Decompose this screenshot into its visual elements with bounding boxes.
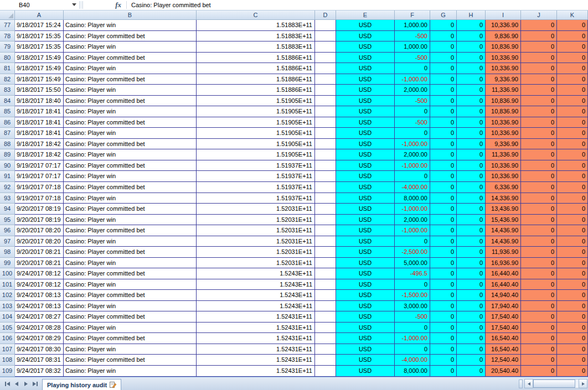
cell-A94[interactable]: 9/20/2017 08:19 bbox=[15, 204, 64, 215]
cell-A103[interactable]: 9/24/2017 08:13 bbox=[15, 301, 64, 312]
cell-D108[interactable] bbox=[315, 355, 336, 366]
row-header-108[interactable]: 108 bbox=[0, 355, 15, 366]
cell-E88[interactable]: USD bbox=[336, 139, 395, 150]
cell-K93[interactable]: 0 bbox=[557, 193, 588, 204]
cell-F107[interactable]: 0 bbox=[395, 344, 430, 355]
cell-C109[interactable]: 1.52431E+11 bbox=[197, 366, 315, 377]
cell-I104[interactable]: 17,540.40 bbox=[486, 311, 521, 323]
prev-sheet-button[interactable] bbox=[12, 379, 21, 389]
cell-J100[interactable]: 0 bbox=[521, 268, 557, 279]
cell-I83[interactable]: 11,336.90 bbox=[486, 85, 521, 96]
cell-J103[interactable]: 0 bbox=[521, 301, 557, 312]
cell-B78[interactable]: Casino: Player committed bet bbox=[64, 31, 197, 42]
cell-E99[interactable]: USD bbox=[336, 258, 395, 269]
cell-B107[interactable]: Casino: Player win bbox=[64, 344, 197, 355]
cell-J85[interactable]: 0 bbox=[521, 106, 557, 117]
cell-F108[interactable]: -4,000.00 bbox=[395, 355, 430, 366]
cell-D90[interactable] bbox=[315, 160, 336, 171]
cell-A92[interactable]: 9/19/2017 07:18 bbox=[15, 182, 64, 193]
cell-F103[interactable]: 3,000.00 bbox=[395, 301, 430, 312]
cell-B77[interactable]: Casino: Player win bbox=[64, 20, 197, 31]
cell-F89[interactable]: 2,000.00 bbox=[395, 149, 430, 160]
cell-A102[interactable]: 9/24/2017 08:13 bbox=[15, 290, 64, 301]
column-header-G[interactable]: G bbox=[430, 11, 457, 20]
cell-D80[interactable] bbox=[315, 53, 336, 64]
cell-E103[interactable]: USD bbox=[336, 301, 395, 312]
cell-H95[interactable]: 0 bbox=[457, 215, 486, 226]
row-header-98[interactable]: 98 bbox=[0, 247, 15, 258]
scrollbar-track[interactable] bbox=[533, 379, 579, 388]
cell-J108[interactable]: 0 bbox=[521, 355, 557, 366]
cell-G94[interactable]: 0 bbox=[430, 204, 457, 215]
cell-C88[interactable]: 1.51905E+11 bbox=[197, 139, 315, 150]
cell-D106[interactable] bbox=[315, 333, 336, 344]
cell-H78[interactable]: 0 bbox=[457, 31, 486, 42]
cell-F80[interactable]: -500 bbox=[395, 53, 430, 64]
cell-F84[interactable]: -500 bbox=[395, 96, 430, 107]
row-header-109[interactable]: 109 bbox=[0, 366, 15, 377]
cell-J79[interactable]: 0 bbox=[521, 41, 557, 53]
scroll-left-button[interactable] bbox=[524, 379, 533, 388]
cell-A96[interactable]: 9/20/2017 08:20 bbox=[15, 225, 64, 236]
cell-A100[interactable]: 9/24/2017 08:12 bbox=[15, 268, 64, 279]
cell-E95[interactable]: USD bbox=[336, 215, 395, 226]
cell-A95[interactable]: 9/20/2017 08:19 bbox=[15, 215, 64, 226]
cell-K108[interactable]: 0 bbox=[557, 355, 588, 366]
cell-D95[interactable] bbox=[315, 215, 336, 226]
cell-F90[interactable]: -1,000.00 bbox=[395, 160, 430, 171]
cell-B89[interactable]: Casino: Player win bbox=[64, 149, 197, 160]
cell-C93[interactable]: 1.51937E+11 bbox=[197, 193, 315, 204]
cell-I108[interactable]: 12,540.40 bbox=[486, 355, 521, 366]
cell-B87[interactable]: Casino: Player win bbox=[64, 128, 197, 139]
cell-I84[interactable]: 10,836.90 bbox=[486, 96, 521, 107]
cell-I97[interactable]: 14,436.90 bbox=[486, 236, 521, 247]
cell-H106[interactable]: 0 bbox=[457, 333, 486, 344]
cell-I94[interactable]: 13,436.90 bbox=[486, 204, 521, 215]
cell-I89[interactable]: 11,336.90 bbox=[486, 149, 521, 160]
cell-I85[interactable]: 10,836.90 bbox=[486, 106, 521, 117]
cell-J83[interactable]: 0 bbox=[521, 85, 557, 96]
formula-input[interactable]: Casino: Player committed bet bbox=[127, 0, 588, 10]
cell-F102[interactable]: -1,500.00 bbox=[395, 290, 430, 301]
cell-K87[interactable]: 0 bbox=[557, 128, 588, 139]
cell-E85[interactable]: USD bbox=[336, 106, 395, 117]
cell-G96[interactable]: 0 bbox=[430, 225, 457, 236]
cell-D91[interactable] bbox=[315, 171, 336, 182]
cell-B82[interactable]: Casino: Player committed bet bbox=[64, 74, 197, 85]
cell-G101[interactable]: 0 bbox=[430, 279, 457, 290]
cell-D92[interactable] bbox=[315, 182, 336, 193]
cell-H85[interactable]: 0 bbox=[457, 106, 486, 117]
cell-C86[interactable]: 1.51905E+11 bbox=[197, 117, 315, 128]
cell-A81[interactable]: 9/18/2017 15:49 bbox=[15, 63, 64, 74]
cell-E104[interactable]: USD bbox=[336, 311, 395, 323]
row-header-89[interactable]: 89 bbox=[0, 149, 15, 160]
cell-H81[interactable]: 0 bbox=[457, 63, 486, 74]
cell-I82[interactable]: 9,336.90 bbox=[486, 74, 521, 85]
cell-C106[interactable]: 1.52431E+11 bbox=[197, 333, 315, 344]
cell-I78[interactable]: 9,836.90 bbox=[486, 31, 521, 42]
cell-D102[interactable] bbox=[315, 290, 336, 301]
row-header-86[interactable]: 86 bbox=[0, 117, 15, 128]
row-header-84[interactable]: 84 bbox=[0, 96, 15, 107]
cell-G80[interactable]: 0 bbox=[430, 53, 457, 64]
cell-A87[interactable]: 9/18/2017 18:41 bbox=[15, 128, 64, 139]
cell-C90[interactable]: 1.51937E+11 bbox=[197, 160, 315, 171]
cell-K90[interactable]: 0 bbox=[557, 160, 588, 171]
cell-G78[interactable]: 0 bbox=[430, 31, 457, 42]
cell-F100[interactable]: -496.5 bbox=[395, 268, 430, 279]
cell-H105[interactable]: 0 bbox=[457, 323, 486, 334]
cell-I105[interactable]: 17,540.40 bbox=[486, 323, 521, 334]
cell-G109[interactable]: 0 bbox=[430, 366, 457, 377]
cell-J107[interactable]: 0 bbox=[521, 344, 557, 355]
cell-C92[interactable]: 1.51937E+11 bbox=[197, 182, 315, 193]
cell-B93[interactable]: Casino: Player win bbox=[64, 193, 197, 204]
cell-E86[interactable]: USD bbox=[336, 117, 395, 128]
cell-G87[interactable]: 0 bbox=[430, 128, 457, 139]
row-header-87[interactable]: 87 bbox=[0, 128, 15, 139]
cell-E93[interactable]: USD bbox=[336, 193, 395, 204]
cell-G86[interactable]: 0 bbox=[430, 117, 457, 128]
cell-J109[interactable]: 0 bbox=[521, 366, 557, 377]
cell-A99[interactable]: 9/20/2017 08:21 bbox=[15, 258, 64, 269]
cell-C104[interactable]: 1.52431E+11 bbox=[197, 311, 315, 323]
cell-K91[interactable]: 0 bbox=[557, 171, 588, 182]
